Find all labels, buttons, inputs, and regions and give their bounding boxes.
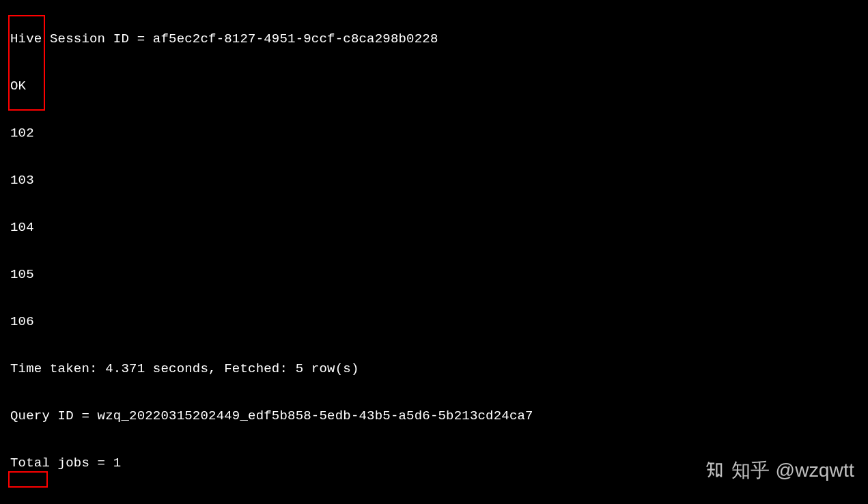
terminal-line: 102 (0, 126, 868, 141)
terminal-line: Query ID = wzq_20220315202449_edf5b858-5… (0, 408, 868, 424)
terminal-line: OK (0, 79, 868, 94)
terminal-line: Hive Session ID = af5ec2cf-8127-4951-9cc… (0, 31, 868, 47)
terminal-line: 103 (0, 173, 868, 188)
terminal-line: 104 (0, 220, 868, 236)
watermark-text: 知乎 @wzqwtt (731, 462, 854, 478)
terminal-line: Time taken: 4.371 seconds, Fetched: 5 ro… (0, 361, 868, 377)
watermark: 知乎 @wzqwtt (704, 460, 854, 480)
terminal-line: 105 (0, 267, 868, 283)
zhihu-icon (704, 460, 725, 480)
terminal-output: Hive Session ID = af5ec2cf-8127-4951-9cc… (0, 0, 868, 504)
terminal-line: 106 (0, 314, 868, 330)
